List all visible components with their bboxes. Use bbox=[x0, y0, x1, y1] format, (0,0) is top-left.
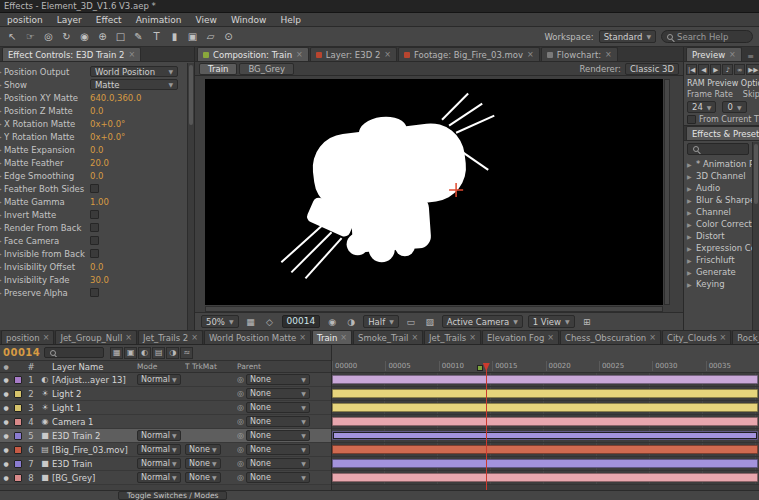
audio-toggle-button[interactable]: ♪ bbox=[722, 64, 733, 75]
property-value[interactable]: 0.0 bbox=[90, 145, 104, 155]
property-value[interactable]: 0.0 bbox=[90, 106, 104, 116]
time-ruler[interactable]: 0000000005000100001500020000250003000035 bbox=[332, 345, 759, 373]
menu-item[interactable]: Window bbox=[224, 13, 274, 27]
layer-duration-row[interactable] bbox=[332, 457, 759, 471]
layer-duration-bar[interactable] bbox=[332, 389, 758, 398]
layer-row[interactable]: ● 8 ■ [BG_Grey] Normal▼ None▼ ◎ None▼ bbox=[0, 471, 331, 485]
frame-rate-dropdown[interactable]: 24▼ bbox=[687, 101, 716, 113]
viewer-tab[interactable]: Layer: E3D 2 × bbox=[310, 47, 397, 61]
property-value[interactable]: 640.0,360.0 bbox=[90, 93, 141, 103]
property-checkbox[interactable] bbox=[90, 210, 99, 219]
layer-duration-row[interactable] bbox=[332, 471, 759, 485]
layer-duration-bar[interactable] bbox=[332, 459, 758, 468]
effect-controls-tab[interactable]: Effect Controls: E3D Train 2 × bbox=[2, 47, 141, 61]
preset-category-item[interactable]: ▶ Blur & Sharpen bbox=[684, 194, 759, 206]
resolution-dropdown[interactable]: Half▼ bbox=[363, 315, 399, 328]
twirl-icon[interactable]: ▶ bbox=[687, 197, 693, 204]
layer-duration-bar[interactable] bbox=[332, 473, 758, 482]
preset-category-item[interactable]: ▶ Keying bbox=[684, 278, 759, 290]
hand-tool[interactable]: ☞ bbox=[22, 29, 39, 45]
close-icon[interactable]: × bbox=[729, 50, 736, 59]
scrollbar[interactable] bbox=[664, 79, 670, 305]
timeline-comp-tab[interactable]: Smoke_Trail × bbox=[353, 330, 423, 344]
type-tool[interactable]: T bbox=[148, 29, 165, 45]
preset-category-item[interactable]: ▶ Generate bbox=[684, 266, 759, 278]
layer-name[interactable]: Light 1 bbox=[52, 403, 137, 413]
view-tab[interactable]: BG_Grey bbox=[239, 63, 294, 75]
label-color-swatch[interactable] bbox=[14, 376, 22, 384]
mask-shape-tool[interactable]: □ bbox=[112, 29, 129, 45]
layer-duration-row[interactable] bbox=[332, 401, 759, 415]
property-value[interactable]: 0.0 bbox=[90, 171, 104, 181]
toggle-switches-modes-button[interactable]: Toggle Switches / Modes bbox=[118, 491, 227, 500]
preset-category-item[interactable]: ▶ * Animation Presets bbox=[684, 158, 759, 170]
layer-row[interactable]: ● 6 ▤ [Big_Fire_03.mov] Normal▼ None▼ ◎ … bbox=[0, 443, 331, 457]
scrollbar[interactable] bbox=[205, 306, 663, 312]
close-icon[interactable]: × bbox=[469, 333, 476, 342]
preset-category-item[interactable]: ▶ Distort bbox=[684, 230, 759, 242]
twirl-icon[interactable]: ▶ bbox=[687, 281, 693, 288]
pan-behind-tool[interactable]: ⊕ bbox=[94, 29, 111, 45]
layer-row[interactable]: ● 1 ◐ [Adjust...ayer 13] Normal▼ ▼ ◎ Non… bbox=[0, 373, 331, 387]
timeline-comp-tab[interactable]: Rock_ × bbox=[732, 330, 759, 344]
timeline-comp-tab[interactable]: Elevation Fog × bbox=[482, 330, 559, 344]
pickwhip-icon[interactable]: ◎ bbox=[237, 459, 244, 468]
menu-item[interactable]: Effect bbox=[89, 13, 129, 27]
layer-duration-bar[interactable] bbox=[332, 403, 758, 412]
show-channels-icon[interactable]: ◑ bbox=[344, 315, 358, 328]
close-icon[interactable]: × bbox=[720, 333, 727, 342]
pixel-aspect-correction-icon[interactable]: ⊞ bbox=[580, 315, 594, 328]
selection-tool[interactable]: ↖ bbox=[4, 29, 21, 45]
timeline-search-input[interactable] bbox=[44, 347, 104, 358]
layer-row[interactable]: ● 2 ☀ Light 2 ▼ ▼ ◎ None▼ bbox=[0, 387, 331, 401]
visibility-toggle[interactable]: ● bbox=[0, 446, 12, 453]
parent-dropdown[interactable]: None▼ bbox=[246, 388, 310, 399]
scrollbar[interactable] bbox=[752, 142, 759, 330]
preset-category-item[interactable]: ▶ Color Correction bbox=[684, 218, 759, 230]
twirl-icon[interactable]: ▶ bbox=[687, 233, 693, 240]
timeline-comp-tab[interactable]: Train × bbox=[312, 330, 352, 344]
viewer-tab[interactable]: Flowchart: × bbox=[541, 47, 618, 61]
trkmat-dropdown[interactable]: None▼ bbox=[185, 444, 221, 455]
property-value[interactable]: 0x+0.0° bbox=[90, 132, 125, 142]
clone-stamp-tool[interactable]: ▣ bbox=[184, 29, 201, 45]
label-color-swatch[interactable] bbox=[14, 418, 22, 426]
twirl-icon[interactable]: ▶ bbox=[687, 161, 693, 168]
timeline-comp-tab[interactable]: World Position Matte × bbox=[204, 330, 311, 344]
ram-preview-options-header[interactable]: RAM Preview Options bbox=[684, 78, 759, 89]
close-icon[interactable]: × bbox=[296, 50, 303, 59]
close-icon[interactable]: × bbox=[128, 50, 135, 59]
layer-duration-bar[interactable] bbox=[332, 445, 758, 454]
parent-dropdown[interactable]: None▼ bbox=[246, 416, 310, 427]
visibility-toggle[interactable]: ● bbox=[0, 460, 12, 467]
twirl-icon[interactable]: ▶ bbox=[687, 185, 693, 192]
renderer-dropdown[interactable]: Classic 3D bbox=[625, 63, 679, 75]
pickwhip-icon[interactable]: ◎ bbox=[237, 431, 244, 440]
frame-blending-icon[interactable]: ▤ bbox=[152, 347, 165, 359]
property-checkbox[interactable] bbox=[90, 184, 99, 193]
parent-header[interactable]: Parent bbox=[237, 362, 331, 371]
layer-duration-bar[interactable] bbox=[332, 417, 758, 426]
parent-dropdown[interactable]: None▼ bbox=[246, 374, 310, 385]
close-icon[interactable]: × bbox=[411, 333, 418, 342]
mode-dropdown[interactable]: Normal▼ bbox=[137, 458, 181, 469]
close-icon[interactable]: × bbox=[649, 333, 656, 342]
first-frame-button[interactable]: |◀ bbox=[686, 64, 697, 75]
comp-marker[interactable] bbox=[477, 365, 483, 371]
menu-item[interactable]: Help bbox=[273, 13, 308, 27]
workspace-dropdown[interactable]: Standard▼ bbox=[599, 30, 656, 43]
viewer-tab[interactable]: Composition: Train × bbox=[197, 47, 309, 61]
trkmat-dropdown[interactable]: None▼ bbox=[185, 458, 221, 469]
label-color-swatch[interactable] bbox=[14, 432, 22, 440]
parent-dropdown[interactable]: None▼ bbox=[246, 472, 310, 483]
layer-name[interactable]: [BG_Grey] bbox=[52, 473, 137, 483]
close-icon[interactable]: × bbox=[125, 333, 132, 342]
comp-mini-flowchart-icon[interactable]: ▦ bbox=[110, 347, 123, 359]
play-button[interactable]: ▶ bbox=[710, 64, 721, 75]
layer-name[interactable]: Light 2 bbox=[52, 389, 137, 399]
visibility-toggle[interactable]: ● bbox=[0, 404, 12, 411]
visibility-toggle[interactable]: ● bbox=[0, 390, 12, 397]
layer-duration-row[interactable] bbox=[332, 443, 759, 457]
close-icon[interactable]: × bbox=[527, 50, 534, 59]
loop-button[interactable]: ∞ bbox=[734, 64, 745, 75]
